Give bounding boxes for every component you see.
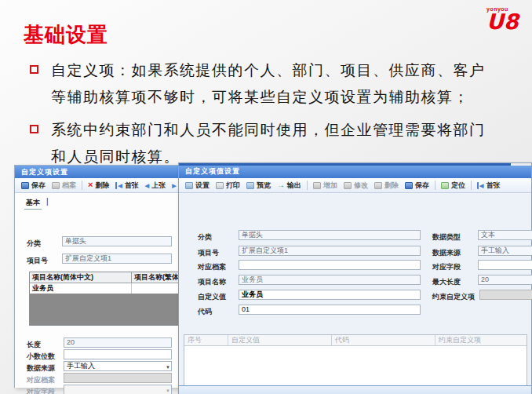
- constraint-field: [479, 290, 532, 300]
- settings-button[interactable]: 设置: [185, 181, 210, 191]
- modify-button: 修改: [344, 181, 368, 191]
- add-button: 增加: [313, 181, 337, 191]
- custom-item-value-settings-window: 自定义项值设置 设置 打印 预览 输出 增加: [178, 162, 532, 394]
- tab-basic[interactable]: 基本: [24, 198, 42, 210]
- window-titlebar[interactable]: 自定义项值设置: [179, 163, 531, 178]
- text-cursor: |: [46, 197, 49, 206]
- next-record-icon: [172, 182, 176, 189]
- pencil-icon: [344, 182, 352, 189]
- chevron-down-icon: ▼: [166, 363, 170, 371]
- first-record-icon: [115, 182, 122, 189]
- window-title: 自定义项值设置: [185, 167, 240, 175]
- column-header: 约束自定义项: [435, 335, 527, 345]
- settings-icon: [185, 182, 193, 189]
- bullet-text: 系统中约束部门和人员不能同时使用，但企业管理需要将部门和人员同时核算。: [51, 116, 494, 170]
- preview-icon: [246, 182, 254, 189]
- field-map-field[interactable]: [478, 260, 532, 270]
- bullet-square-icon: [30, 65, 38, 74]
- item-name-field[interactable]: 业务员: [239, 275, 421, 285]
- length-field[interactable]: 20: [64, 337, 172, 348]
- data-source-label: 数据来源: [432, 248, 461, 258]
- bullet-text: 自定义项：如果系统提供的个人、部门、项目、供应商、客户等辅助核算项不够时，可将某…: [51, 57, 494, 110]
- code-label: 代码: [198, 307, 212, 317]
- max-length-field[interactable]: 20: [478, 275, 532, 285]
- toolbar-separator: [471, 181, 472, 190]
- delete-button: 删除: [374, 181, 399, 191]
- logo-product-text: U8: [486, 12, 521, 32]
- item-no-field[interactable]: 扩展自定义项1: [62, 254, 172, 264]
- data-source-dropdown[interactable]: 手工输入▼: [64, 361, 172, 371]
- locate-button[interactable]: 定位: [441, 181, 465, 191]
- max-length-label: 最大长度: [432, 277, 461, 287]
- page-title: 基础设置: [24, 21, 108, 49]
- export-icon: [277, 181, 285, 189]
- add-icon: [313, 182, 321, 189]
- bullet-square-icon: [30, 125, 38, 133]
- export-button[interactable]: 输出: [277, 181, 301, 191]
- constraint-label: 约束自定义项: [432, 292, 475, 302]
- category-label: 分类: [27, 239, 41, 249]
- yonyou-u8-logo: yonyou U8: [486, 6, 521, 32]
- data-type-label: 数据类型: [432, 232, 461, 243]
- data-source-label: 数据来源: [27, 363, 55, 374]
- printer-icon: [216, 182, 224, 189]
- item-no-field[interactable]: 扩展自定义项1: [239, 246, 421, 256]
- toolbar-separator: [435, 181, 435, 190]
- column-header: 自定义值: [228, 335, 332, 345]
- previous-record-icon: [145, 182, 149, 189]
- field-map-label: 对应字段: [432, 262, 461, 272]
- table-cell[interactable]: 业务员: [30, 283, 132, 294]
- chevron-down-icon: ▼: [166, 387, 170, 394]
- archive-map-label: 对应档案: [27, 375, 55, 385]
- bullet-list: 自定义项：如果系统提供的个人、部门、项目、供应商、客户等辅助核算项不够时，可将某…: [30, 57, 494, 176]
- slide: 基础设置 yonyou U8 自定义项：如果系统提供的个人、部门、项目、供应商、…: [0, 0, 532, 394]
- locate-icon: [441, 182, 449, 189]
- save-button[interactable]: 保存: [21, 181, 46, 191]
- category-field[interactable]: 单据头: [239, 230, 421, 240]
- decimals-field[interactable]: [64, 349, 172, 359]
- archive-map-label: 对应档案: [198, 262, 226, 272]
- decimals-label: 小数位数: [27, 352, 55, 362]
- right-window-body: 分类 单据头 项目号 扩展自定义项1 对应档案 项目名称 业务员 自定义值 业务…: [179, 193, 531, 394]
- item-no-label: 项目号: [27, 256, 48, 266]
- field-map-label: 对应字段: [27, 387, 55, 394]
- archive-map-field: [64, 373, 172, 383]
- toolbar-separator: [307, 181, 308, 190]
- column-header: 项目名称(简体中文): [30, 272, 132, 283]
- archive-map-field[interactable]: [239, 260, 421, 270]
- right-toolbar: 设置 打印 预览 输出 增加 修改: [179, 178, 531, 193]
- first-record-button[interactable]: 首张: [115, 181, 138, 191]
- item-name-label: 项目名称: [198, 277, 226, 287]
- window-title: 自定义项设置: [21, 168, 68, 176]
- titlebar-notch: [511, 163, 531, 166]
- category-field[interactable]: 单据头: [62, 236, 172, 246]
- save-icon: [405, 182, 413, 189]
- delete-button[interactable]: 删除: [88, 181, 109, 191]
- print-button[interactable]: 打印: [216, 181, 240, 191]
- custom-value-label: 自定义值: [198, 292, 226, 302]
- save-button[interactable]: 保存: [405, 181, 429, 191]
- data-type-field[interactable]: 文本: [478, 230, 532, 240]
- item-no-label: 项目号: [198, 248, 219, 258]
- toolbar-separator: [82, 181, 82, 190]
- category-label: 分类: [198, 232, 212, 243]
- code-field[interactable]: 01: [239, 305, 421, 315]
- bullet-item: 系统中约束部门和人员不能同时使用，但企业管理需要将部门和人员同时核算。: [30, 116, 494, 170]
- save-icon: [21, 182, 29, 189]
- column-header: 序号: [184, 335, 228, 345]
- preview-button[interactable]: 预览: [246, 181, 271, 191]
- previous-record-button[interactable]: 上张: [145, 181, 166, 191]
- table-header-row: 序号 自定义值 代码 约束自定义项: [184, 335, 527, 346]
- first-record-icon: [477, 182, 483, 189]
- field-map-dropdown: ▼: [64, 385, 172, 394]
- custom-value-field[interactable]: 业务员: [239, 290, 421, 300]
- status-bar: [179, 385, 531, 394]
- first-record-button[interactable]: 首张: [477, 181, 500, 191]
- delete-icon: [88, 181, 93, 189]
- archive-icon: [52, 182, 60, 189]
- length-label: 长度: [27, 340, 41, 350]
- data-source-field[interactable]: 手工输入: [478, 246, 532, 256]
- column-header: 代码: [332, 335, 435, 345]
- delete-icon: [374, 182, 382, 189]
- archive-button: 档案: [52, 181, 76, 191]
